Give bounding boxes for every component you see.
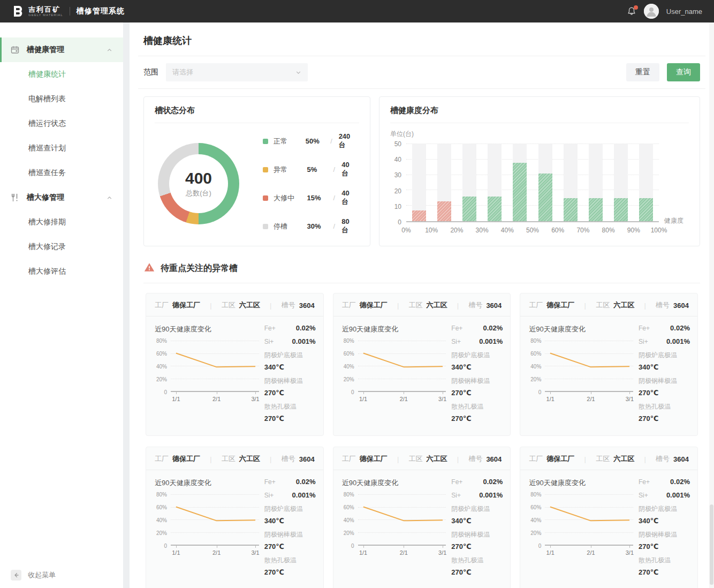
trend-xtick: 3/1 bbox=[251, 396, 259, 402]
trend-ytick: 20% bbox=[156, 376, 167, 382]
metric-value: 270℃ bbox=[639, 568, 658, 576]
metric-value: 340℃ bbox=[451, 363, 471, 371]
metric-label: Si+ bbox=[639, 492, 648, 499]
metric: 阴极钢棒极温270℃ bbox=[264, 376, 316, 397]
metric-value: 0.02% bbox=[483, 478, 503, 486]
bar-value bbox=[513, 163, 527, 221]
bar-axis-label: 健康度 bbox=[664, 216, 683, 225]
range-select[interactable]: 请选择 bbox=[166, 63, 308, 81]
sidebar-item-0-4[interactable]: 槽巡查任务 bbox=[0, 161, 123, 185]
metric: Fe+0.02% bbox=[639, 478, 690, 486]
health-chart-title: 槽健康度分布 bbox=[390, 105, 689, 116]
abnormal-tank-card[interactable]: 工厂德保工厂|工区六工区|槽号3604近90天健康度变化80%60%40%20%… bbox=[333, 293, 511, 436]
divider: | bbox=[397, 455, 399, 463]
bar-xtick: 10% bbox=[425, 227, 438, 234]
trend-xtick: 1/1 bbox=[172, 549, 180, 556]
brand-logo-icon bbox=[12, 5, 25, 18]
abnormal-tank-card[interactable]: 工厂德保工厂|工区六工区|槽号3604近90天健康度变化80%60%40%20%… bbox=[520, 293, 698, 436]
bar-value bbox=[614, 198, 628, 221]
factory-value: 德保工厂 bbox=[546, 300, 574, 310]
trend-chart: 80%60%40%20%01/12/13/1 bbox=[342, 494, 446, 555]
sidebar-item-1-0[interactable]: 槽大修排期 bbox=[0, 210, 123, 235]
tank-number-value: 3604 bbox=[299, 455, 315, 463]
area-value: 六工区 bbox=[427, 300, 447, 310]
metric-value: 270℃ bbox=[639, 414, 658, 423]
sidebar-item-0-2[interactable]: 槽运行状态 bbox=[0, 111, 123, 136]
metric-label: 阴极钢棒极温 bbox=[451, 376, 503, 386]
sidebar-item-1-2[interactable]: 槽大修评估 bbox=[0, 259, 123, 284]
layout-gutter bbox=[123, 22, 130, 588]
bar-value bbox=[538, 174, 552, 221]
trend-ytick: 0 bbox=[164, 389, 167, 395]
metric-label: Fe+ bbox=[639, 478, 650, 486]
metric-value: 0.02% bbox=[296, 478, 316, 486]
sidebar-item-1-1[interactable]: 槽大修记录 bbox=[0, 235, 123, 259]
metric: Si+0.001% bbox=[451, 337, 503, 345]
trend-title: 近90天健康度变化 bbox=[155, 478, 259, 488]
legend-row: 正常50%/240台 bbox=[263, 132, 356, 150]
factory-value: 德保工厂 bbox=[360, 454, 388, 464]
reset-button[interactable]: 重置 bbox=[626, 63, 659, 81]
abnormal-tank-card[interactable]: 工厂德保工厂|工区六工区|槽号3604近90天健康度变化80%60%40%20%… bbox=[146, 293, 324, 436]
metric-value: 340℃ bbox=[639, 517, 658, 525]
legend-separator: / bbox=[330, 165, 339, 174]
metric-label: 阴极炉底极温 bbox=[264, 504, 316, 514]
metric-label: 阴极钢棒极温 bbox=[639, 376, 690, 386]
page-title: 槽健康统计 bbox=[138, 22, 705, 56]
trend-ytick: 40% bbox=[530, 517, 541, 523]
trend-ytick: 80% bbox=[344, 492, 354, 497]
abnormal-tank-card[interactable]: 工厂德保工厂|工区六工区|槽号3604近90天健康度变化80%60%40%20%… bbox=[333, 447, 511, 588]
trend-xtick: 3/1 bbox=[438, 549, 446, 556]
abnormal-tank-card[interactable]: 工厂德保工厂|工区六工区|槽号3604近90天健康度变化80%60%40%20%… bbox=[520, 447, 698, 588]
scrollbar[interactable] bbox=[709, 22, 714, 588]
metric-value: 0.001% bbox=[666, 491, 690, 499]
abnormal-tank-card[interactable]: 工厂德保工厂|工区六工区|槽号3604近90天健康度变化80%60%40%20%… bbox=[146, 447, 324, 588]
bar-xtick: 0% bbox=[401, 227, 411, 234]
trend-ytick: 0 bbox=[538, 389, 542, 395]
bar-value bbox=[564, 198, 578, 221]
sidebar-group-0[interactable]: 槽健康管理 bbox=[0, 37, 123, 62]
metric-label: Fe+ bbox=[264, 325, 276, 332]
area-value: 六工区 bbox=[239, 454, 260, 464]
sidebar-group-1[interactable]: 槽大修管理 bbox=[0, 185, 123, 210]
metric-value: 270℃ bbox=[451, 542, 471, 551]
bar-value bbox=[589, 198, 603, 221]
metric: 阴极钢棒极温270℃ bbox=[639, 530, 690, 551]
trend-title: 近90天健康度变化 bbox=[529, 325, 633, 334]
avatar[interactable] bbox=[644, 4, 659, 19]
tank-number-label: 槽号 bbox=[468, 300, 482, 310]
bar-xtick: 100% bbox=[651, 227, 667, 234]
status-legend: 正常50%/240台异常5%/40台大修中15%/40台停槽30%/80台 bbox=[263, 132, 356, 235]
notification-bell-icon[interactable] bbox=[627, 6, 636, 16]
health-bar-plot bbox=[406, 144, 659, 222]
trend-ytick: 20% bbox=[156, 530, 167, 536]
sidebar-item-0-3[interactable]: 槽巡查计划 bbox=[0, 136, 123, 161]
trend-yaxis: 80%60%40%20%0 bbox=[529, 494, 545, 546]
collapse-menu-button[interactable]: 收起菜单 bbox=[11, 570, 56, 581]
trend-ytick: 20% bbox=[344, 376, 354, 382]
metric-label: 阴极炉底极温 bbox=[639, 351, 690, 360]
metric: 阴极钢棒极温270℃ bbox=[264, 530, 316, 551]
metric-label: Fe+ bbox=[451, 478, 462, 486]
trend-ytick: 0 bbox=[351, 389, 354, 395]
trend-xtick: 2/1 bbox=[587, 396, 595, 402]
legend-row: 大修中15%/40台 bbox=[263, 189, 356, 207]
bar-column bbox=[406, 144, 431, 221]
user-name[interactable]: User_name bbox=[666, 7, 702, 16]
divider: | bbox=[644, 455, 645, 463]
bar-value bbox=[488, 197, 502, 221]
query-button[interactable]: 查询 bbox=[667, 63, 700, 81]
trend-xtick: 3/1 bbox=[251, 549, 259, 556]
divider: | bbox=[270, 455, 271, 463]
sidebar-item-0-1[interactable]: 电解槽列表 bbox=[0, 87, 123, 111]
scrollbar-thumb[interactable] bbox=[710, 504, 713, 585]
bar-value bbox=[639, 198, 653, 221]
divider: | bbox=[270, 301, 271, 310]
metric: Fe+0.02% bbox=[451, 478, 503, 486]
trend-ytick: 60% bbox=[344, 351, 354, 357]
divider bbox=[390, 123, 689, 123]
sidebar-item-0-0[interactable]: 槽健康统计 bbox=[0, 62, 123, 87]
tank-card-header: 工厂德保工厂|工区六工区|槽号3604 bbox=[520, 447, 697, 470]
legend-swatch bbox=[263, 224, 268, 229]
metric-label: Si+ bbox=[639, 338, 648, 345]
